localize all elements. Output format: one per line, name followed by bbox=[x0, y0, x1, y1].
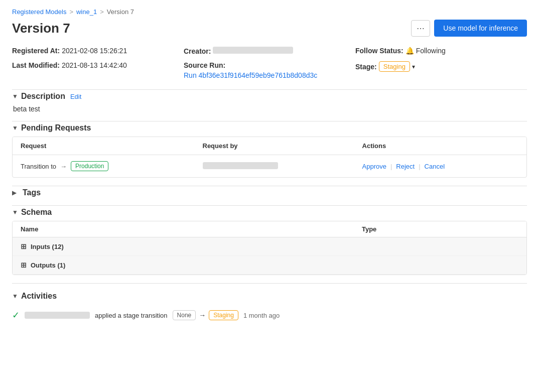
approve-button[interactable]: Approve bbox=[362, 163, 386, 170]
reject-button[interactable]: Reject bbox=[396, 163, 415, 170]
activity-time: 1 month ago bbox=[243, 312, 280, 319]
activity-action-text: applied a stage transition bbox=[95, 312, 168, 319]
request-by-value bbox=[203, 162, 278, 169]
stage-badge: Staging bbox=[379, 61, 410, 72]
outputs-type-cell bbox=[354, 256, 526, 275]
activities-header: ▼ Activities bbox=[12, 292, 527, 301]
description-edit-link[interactable]: Edit bbox=[70, 93, 81, 100]
request-by-cell bbox=[195, 155, 354, 178]
follow-status-field: Follow Status: 🔔 Following bbox=[355, 47, 527, 55]
source-run-field: Source Run: Run 4bf36e31f9164ef59eb9e761… bbox=[184, 61, 355, 79]
pending-requests-title: Pending Requests bbox=[21, 123, 91, 133]
col-request-by: Request by bbox=[195, 137, 354, 155]
registered-at-field: Registered At: 2021-02-08 15:26:21 bbox=[12, 47, 184, 55]
cancel-button[interactable]: Cancel bbox=[425, 163, 445, 170]
schema-col-type: Type bbox=[354, 221, 526, 237]
inputs-cell: ⊞ Inputs (12) bbox=[13, 237, 354, 256]
pending-requests-header: ▼ Pending Requests bbox=[12, 123, 527, 133]
description-section: ▼ Description Edit beta test bbox=[12, 92, 527, 113]
divider-2 bbox=[12, 121, 527, 121]
follow-status-text: Following bbox=[416, 47, 446, 55]
outputs-label: Outputs (1) bbox=[31, 262, 65, 269]
registered-at-value: 2021-02-08 15:26:21 bbox=[62, 47, 127, 55]
action-sep-2: | bbox=[419, 163, 420, 170]
last-modified-value: 2021-08-13 14:42:40 bbox=[62, 61, 127, 69]
source-run-label: Source Run: bbox=[184, 61, 225, 69]
last-modified-label: Last Modified: bbox=[12, 61, 60, 69]
description-header: ▼ Description Edit bbox=[12, 92, 527, 101]
pending-requests-section: ▼ Pending Requests Request Request by Ac… bbox=[12, 123, 527, 178]
activities-section: ▼ Activities ✓ applied a stage transitio… bbox=[12, 292, 527, 326]
meta-info: Registered At: 2021-02-08 15:26:21 Creat… bbox=[12, 47, 527, 79]
stage-dropdown[interactable]: Staging ▾ bbox=[379, 61, 415, 72]
stage-field: Stage: Staging ▾ bbox=[355, 61, 527, 79]
tags-title: Tags bbox=[23, 188, 41, 197]
last-modified-field: Last Modified: 2021-08-13 14:42:40 bbox=[12, 61, 184, 79]
stage-transition: None → Staging bbox=[173, 310, 238, 320]
breadcrumb-sep-2: > bbox=[100, 8, 104, 16]
divider-3 bbox=[12, 186, 527, 186]
actions-cell: Approve | Reject | Cancel bbox=[354, 155, 526, 178]
activity-item: ✓ applied a stage transition None → Stag… bbox=[12, 305, 527, 326]
activities-collapse-icon[interactable]: ▼ bbox=[12, 293, 18, 300]
schema-collapse-icon[interactable]: ▼ bbox=[12, 209, 18, 216]
table-row: Transition to → Production Approve | bbox=[13, 155, 526, 178]
schema-outputs-row: ⊞ Outputs (1) bbox=[13, 256, 526, 275]
transition-arrow-icon2: → bbox=[199, 311, 206, 319]
outputs-cell: ⊞ Outputs (1) bbox=[13, 256, 354, 275]
registered-at-label: Registered At: bbox=[12, 47, 60, 55]
pending-requests-collapse-icon[interactable]: ▼ bbox=[12, 124, 18, 132]
pending-requests-table: Request Request by Actions Transition to… bbox=[13, 137, 526, 177]
request-cell: Transition to → Production bbox=[13, 155, 195, 178]
bell-icon: 🔔 bbox=[406, 47, 414, 55]
inputs-type-cell bbox=[354, 237, 526, 256]
breadcrumb-registered-models[interactable]: Registered Models bbox=[12, 8, 66, 16]
follow-status-label: Follow Status: bbox=[355, 47, 403, 55]
divider-1 bbox=[12, 89, 527, 90]
more-options-button[interactable]: ⋯ bbox=[411, 20, 430, 37]
tags-header: ▶ Tags bbox=[12, 188, 527, 197]
schema-header: ▼ Schema bbox=[12, 208, 527, 217]
divider-5 bbox=[12, 283, 527, 284]
stage-label: Stage: bbox=[355, 63, 377, 71]
none-badge: None bbox=[173, 310, 196, 320]
inputs-label: Inputs (12) bbox=[31, 243, 64, 250]
breadcrumb-version7: Version 7 bbox=[107, 8, 134, 16]
stage-chevron-down-icon: ▾ bbox=[412, 63, 415, 70]
breadcrumb-wine1[interactable]: wine_1 bbox=[76, 8, 97, 16]
follow-status-value[interactable]: 🔔 Following bbox=[406, 47, 446, 55]
page-title: Version 7 bbox=[12, 21, 70, 36]
use-model-button[interactable]: Use model for inference bbox=[434, 20, 527, 37]
col-request: Request bbox=[13, 137, 195, 155]
schema-table: Name Type ⊞ Inputs (12) bbox=[13, 221, 526, 275]
divider-4 bbox=[12, 205, 527, 206]
inputs-expand-icon[interactable]: ⊞ bbox=[21, 242, 27, 250]
production-badge: Production bbox=[71, 161, 108, 171]
description-title: Description bbox=[21, 92, 65, 101]
pending-requests-table-container: Request Request by Actions Transition to… bbox=[12, 137, 527, 178]
schema-section: ▼ Schema Name Type ⊞ Inputs (12) bbox=[12, 208, 527, 275]
action-sep-1: | bbox=[390, 163, 392, 170]
activity-user bbox=[25, 312, 90, 319]
schema-table-container: Name Type ⊞ Inputs (12) bbox=[12, 221, 527, 275]
outputs-expand-icon[interactable]: ⊞ bbox=[21, 261, 27, 269]
activities-title: Activities bbox=[21, 292, 57, 301]
check-icon: ✓ bbox=[12, 310, 20, 321]
col-actions: Actions bbox=[354, 137, 526, 155]
header-actions: ⋯ Use model for inference bbox=[411, 20, 527, 37]
description-collapse-icon[interactable]: ▼ bbox=[12, 93, 18, 100]
breadcrumb-sep-1: > bbox=[69, 8, 73, 16]
schema-header-row: Name Type bbox=[13, 221, 526, 237]
table-header-row: Request Request by Actions bbox=[13, 137, 526, 155]
page-header: Version 7 ⋯ Use model for inference bbox=[12, 20, 527, 37]
staging-badge-activity: Staging bbox=[209, 310, 238, 320]
tags-collapse-icon[interactable]: ▶ bbox=[12, 189, 17, 196]
transition-to-label: Transition to bbox=[21, 163, 56, 170]
schema-col-name: Name bbox=[13, 221, 354, 237]
breadcrumb: Registered Models > wine_1 > Version 7 bbox=[12, 8, 527, 16]
tags-section: ▶ Tags bbox=[12, 188, 527, 197]
source-run-link[interactable]: Run 4bf36e31f9164ef59eb9e761b8d08d3c bbox=[184, 71, 317, 79]
creator-value bbox=[213, 47, 293, 54]
description-content: beta test bbox=[13, 105, 527, 113]
transition-arrow-icon: → bbox=[60, 163, 67, 170]
